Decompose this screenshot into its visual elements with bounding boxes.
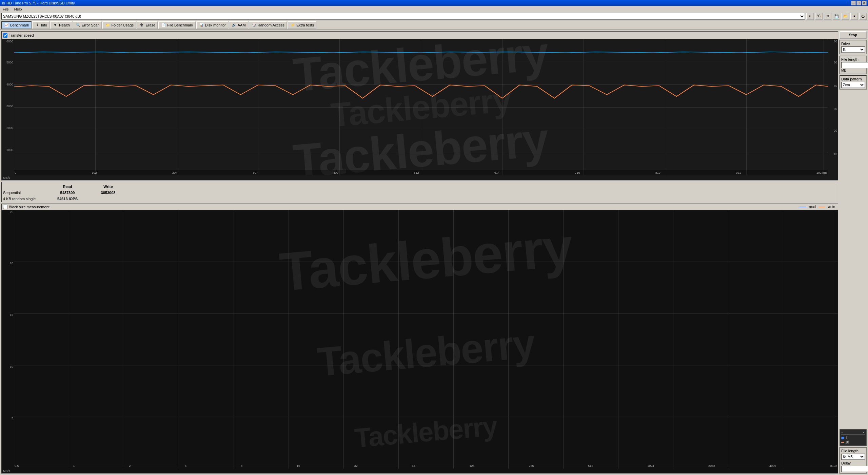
minimize-button[interactable]: ─	[851, 1, 856, 5]
aam-button[interactable]: 🔊 AAM	[229, 21, 248, 29]
copy-btn[interactable]: ⧉	[824, 13, 831, 20]
y-label-2000: 2000	[6, 126, 13, 130]
file-benchmark-button[interactable]: 📄 File Benchmark	[158, 21, 195, 29]
y-right-10: 10	[834, 152, 837, 156]
bg-v-12	[673, 210, 673, 469]
stats-sequential-label: Sequential	[3, 190, 47, 196]
error-scan-button[interactable]: 🔍 Error Scan	[73, 21, 102, 29]
power-btn[interactable]: ⏻	[859, 13, 867, 20]
health-button[interactable]: ♥ Health	[50, 21, 72, 29]
data-pattern-dropdown[interactable]: Zero	[841, 82, 865, 88]
celsius-btn[interactable]: °C	[815, 13, 823, 20]
y-axis-right: 60 50 40 30 20 10	[828, 39, 838, 175]
bottom-y-axis-left: 25 20 15 10 5	[2, 210, 14, 469]
transfer-speed-checkbox-label[interactable]: Transfer speed	[3, 33, 34, 38]
x-label-921: 921	[736, 171, 741, 174]
top-chart-container: Transfer speed 6000 5000 4000 3000 2000 …	[1, 31, 838, 180]
erase-button[interactable]: 🗑 Erase	[137, 21, 158, 29]
drive-section: Drive E:	[840, 40, 867, 54]
drivebar: SAMSUNG MZQL23T8HCLS-00A07 (3840 gB) 🌡 °…	[0, 12, 868, 20]
drive-dropdown[interactable]: E:	[841, 46, 865, 53]
right-spacer	[840, 91, 867, 426]
y-label-3000: 3000	[6, 104, 13, 108]
y-b-10: 10	[10, 365, 13, 368]
bg-v-6	[343, 210, 344, 469]
stats-header-row: Read Write	[3, 184, 836, 190]
legend-line-10	[841, 442, 844, 443]
y-label-6000: 6000	[6, 40, 13, 43]
error-scan-icon: 🔍	[75, 22, 81, 28]
bx-2: 2	[129, 464, 131, 468]
bottom-chart-container: Block size measurement read write 25 20 …	[1, 204, 838, 474]
health-icon: ♥	[53, 22, 58, 28]
bg-v-10	[563, 210, 564, 469]
y-b-20: 20	[10, 262, 13, 265]
random-access-label: Random Access	[258, 23, 284, 27]
bg-v-3	[179, 210, 179, 469]
y-label-4000: 4000	[6, 83, 13, 86]
y-label-5000: 5000	[6, 61, 13, 64]
bx-64: 64	[412, 464, 415, 468]
bottom-chart-area: Tackleberry Tackleberry Tackleberry	[14, 210, 838, 469]
data-pattern-label: Data pattern	[841, 77, 865, 81]
folder-icon: 📁	[105, 22, 110, 28]
bx-2048: 2048	[708, 464, 715, 468]
delay-spinner: ▲ ▼	[841, 466, 865, 472]
block-size-checkbox[interactable]	[3, 205, 7, 209]
temp-icon-btn[interactable]: 🌡	[806, 13, 814, 20]
bx-4096: 4096	[769, 464, 776, 468]
transfer-speed-checkbox[interactable]	[3, 33, 7, 38]
random-access-button[interactable]: 🎲 Random Access	[249, 21, 287, 29]
y-right-40: 40	[834, 84, 837, 88]
stats-table: Read Write Sequential 5487309 3853008 4 …	[1, 182, 838, 202]
save-btn[interactable]: 💾	[833, 13, 840, 20]
legend-read-text: read	[809, 205, 816, 209]
file-length-spinner: ▲ ▼	[841, 62, 865, 68]
bx-8192: 8192	[830, 464, 837, 468]
read-line	[14, 52, 828, 53]
legend-read-line	[800, 207, 806, 207]
file-benchmark-icon: 📄	[161, 22, 166, 28]
bottom-x-axis: 0.5 1 2 4 8 16 32 64 128 256 512 1024 20…	[14, 463, 838, 469]
menu-help[interactable]: Help	[13, 7, 23, 12]
disk-monitor-label: Disk monitor	[205, 23, 226, 27]
close-button[interactable]: ✕	[862, 1, 867, 5]
open-btn[interactable]: 📂	[842, 13, 849, 20]
legend-dot-1	[841, 437, 844, 439]
mini-icon-close[interactable]: ✕	[862, 431, 865, 434]
benchmark-button[interactable]: 📈 Benchmark	[1, 21, 32, 29]
x-label-614: 614	[494, 171, 499, 174]
star-btn[interactable]: ★	[850, 13, 858, 20]
bg-v-5	[289, 210, 289, 469]
legend-item-1: 1	[841, 436, 865, 440]
erase-icon: 🗑	[139, 22, 144, 28]
disk-monitor-button[interactable]: 📊 Disk monitor	[196, 21, 228, 29]
file-benchmark-label: File Benchmark	[167, 23, 193, 27]
bx-1: 1	[73, 464, 75, 468]
drive-selector[interactable]: SAMSUNG MZQL23T8HCLS-00A07 (3840 gB)	[1, 13, 805, 20]
maximize-button[interactable]: □	[856, 1, 861, 5]
delay-input[interactable]	[841, 466, 868, 472]
left-panel: Transfer speed 6000 5000 4000 3000 2000 …	[1, 31, 838, 474]
folder-usage-button[interactable]: 📁 Folder Usage	[102, 21, 136, 29]
bottom-file-length-label: File length	[841, 449, 865, 453]
bg-v-14	[783, 210, 783, 469]
stats-row-4kb-single: 4 KB random single 54613 IOPS	[3, 196, 836, 202]
bg-v-9	[508, 210, 509, 469]
bx-512: 512	[588, 464, 593, 468]
bg-h-2	[14, 313, 838, 314]
stop-button[interactable]: Stop	[840, 31, 867, 39]
extra-tests-button[interactable]: ⚡ Extra tests	[288, 21, 316, 29]
info-button[interactable]: ℹ Info	[32, 21, 50, 29]
bottom-file-length-dropdown[interactable]: 64 MB	[841, 454, 865, 460]
menu-file[interactable]: File	[1, 7, 10, 12]
bg-h-0	[14, 210, 838, 210]
titlebar-controls[interactable]: ─ □ ✕	[851, 1, 867, 5]
legend-write-line	[818, 207, 825, 207]
benchmark-label: Benchmark	[10, 23, 29, 27]
bottom-chart-toolbar: Block size measurement read write	[2, 204, 838, 210]
file-length-input[interactable]	[841, 62, 868, 68]
block-size-checkbox-label[interactable]: Block size measurement	[3, 205, 50, 209]
aam-icon: 🔊	[231, 22, 237, 28]
stats-sequential-write: 3853008	[88, 190, 129, 196]
